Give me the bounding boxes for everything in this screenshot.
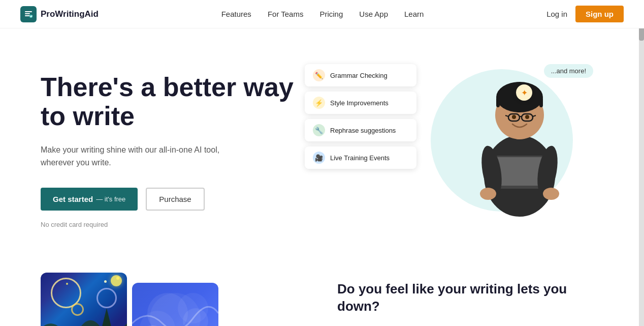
no-credit-text: No credit card required xyxy=(41,221,305,228)
svg-point-21 xyxy=(543,188,559,200)
hero-person-illustration xyxy=(464,54,575,227)
feature-card-style: ⚡ Style Improvements xyxy=(305,92,416,114)
lower-section: My idea in my head Do you feel like your… xyxy=(0,262,644,326)
more-badge: ...and more! xyxy=(544,64,593,78)
svg-point-16 xyxy=(512,115,516,119)
svg-rect-10 xyxy=(539,97,543,107)
nav-actions: Log in Sign up xyxy=(546,6,624,22)
feature-cards: ✏️ Grammar Checking ⚡ Style Improvements… xyxy=(305,64,416,169)
painting-card xyxy=(41,273,127,326)
hero-title: There's a better way to write xyxy=(41,73,305,131)
nav-links: Features For Teams Pricing Use App Learn xyxy=(221,10,424,18)
free-tag: — it's free xyxy=(96,195,125,203)
image-cards: My idea in my head xyxy=(41,273,307,326)
lower-right: Do you feel like your writing lets you d… xyxy=(337,273,603,326)
navbar: ProWritingAid Features For Teams Pricing… xyxy=(0,0,644,28)
hero-section: There's a better way to write Make your … xyxy=(0,28,644,262)
nav-link-learn[interactable]: Learn xyxy=(404,10,424,18)
plus-badge: ✦ xyxy=(516,84,532,101)
nav-link-for-teams[interactable]: For Teams xyxy=(268,10,304,18)
svg-rect-0 xyxy=(25,11,32,12)
rephrase-icon: 🔧 xyxy=(313,124,325,136)
hero-left: There's a better way to write Make your … xyxy=(41,73,305,228)
style-icon: ⚡ xyxy=(313,97,325,109)
painting-background xyxy=(41,273,127,326)
grammar-icon: ✏️ xyxy=(313,69,325,81)
nav-link-pricing[interactable]: Pricing xyxy=(319,10,343,18)
svg-rect-9 xyxy=(496,97,500,107)
purchase-button[interactable]: Purchase xyxy=(146,188,204,211)
nav-link-use-app[interactable]: Use App xyxy=(359,10,388,18)
feature-card-grammar: ✏️ Grammar Checking xyxy=(305,64,416,86)
blue-card: My idea in my head xyxy=(132,283,218,326)
feature-card-training: 🎥 Live Training Events xyxy=(305,146,416,169)
logo[interactable]: ProWritingAid xyxy=(20,6,99,22)
get-started-button[interactable]: Get started — it's free xyxy=(41,188,138,211)
signup-button[interactable]: Sign up xyxy=(575,6,624,22)
scrollbar[interactable] xyxy=(639,0,644,326)
lower-title: Do you feel like your writing lets you d… xyxy=(337,281,603,315)
logo-icon xyxy=(20,6,37,22)
nav-link-features[interactable]: Features xyxy=(221,10,251,18)
svg-rect-6 xyxy=(496,157,543,186)
feature-card-rephrase: 🔧 Rephrase suggestions xyxy=(305,119,416,141)
hero-right: ✏️ Grammar Checking ⚡ Style Improvements… xyxy=(305,59,603,242)
svg-point-20 xyxy=(480,188,496,200)
logo-text: ProWritingAid xyxy=(41,9,99,19)
training-icon: 🎥 xyxy=(313,152,325,164)
svg-point-17 xyxy=(525,115,529,119)
login-button[interactable]: Log in xyxy=(546,10,567,18)
hero-subtitle: Make your writing shine with our all-in-… xyxy=(41,143,254,169)
hero-buttons: Get started — it's free Purchase xyxy=(41,188,305,211)
lower-text: We know what it's like to feel the FEAR … xyxy=(337,323,603,326)
svg-point-3 xyxy=(29,15,33,18)
svg-rect-1 xyxy=(25,13,30,14)
